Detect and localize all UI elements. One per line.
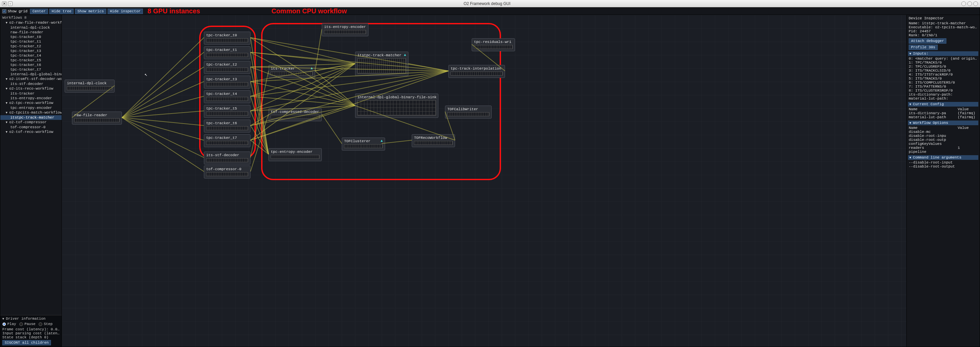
graph-edge bbox=[122, 37, 204, 118]
window-max-icon[interactable] bbox=[967, 2, 972, 6]
window-min-icon[interactable] bbox=[961, 2, 966, 6]
graph-node-t6[interactable]: tpc-tracker_t6 bbox=[204, 119, 250, 132]
graph-node-tofdec[interactable]: tof-compressed-decoder bbox=[269, 108, 322, 121]
window-close-icon[interactable]: ✕ bbox=[2, 2, 7, 6]
graph-edge bbox=[250, 96, 355, 106]
window-close2-icon[interactable] bbox=[973, 2, 978, 6]
input-row: 4: ITS/ITSTrackROF/0 bbox=[909, 73, 978, 76]
workflow-tree[interactable]: o2-raw-file-reader-workflointernal-dpl-c… bbox=[0, 20, 62, 315]
tree-item[interactable]: tpc-tracker_t5 bbox=[0, 58, 62, 63]
options-list: disable-mcdisable-root-inpudisable-root-… bbox=[909, 130, 978, 154]
show-grid-checkbox[interactable]: ✓ Show grid bbox=[2, 10, 27, 13]
tree-item[interactable]: raw-file-reader bbox=[0, 30, 62, 35]
inspector-name: Name: itstpc-track-matcher bbox=[909, 21, 978, 25]
input-row: 8: ITS/CLUSTERSROF/0 bbox=[909, 89, 978, 92]
input-cost: Input parsing cost (latency): 0.0(20.0)m… bbox=[2, 331, 60, 335]
node-label: tpc-tracker_t6 bbox=[206, 121, 248, 125]
graph-node-t1[interactable]: tpc-tracker_t1 bbox=[204, 46, 250, 59]
graph-node-resid[interactable]: tpc-residuals-wri bbox=[472, 38, 515, 51]
node-label: itstpc-track-matcher bbox=[358, 53, 406, 57]
graph-edge bbox=[250, 52, 269, 154]
profile-button[interactable]: Profile 30s bbox=[909, 45, 938, 50]
inputs-list: 0: <matcher query: (and origin:TPC (1: T… bbox=[909, 57, 978, 100]
graph-node-reader[interactable]: raw-file-reader bbox=[72, 111, 122, 124]
graph-node-tofcalib[interactable]: TOFCalibWriter bbox=[445, 105, 492, 119]
radio-on-icon bbox=[2, 322, 6, 326]
option-row: disable-root-inpu bbox=[909, 134, 978, 138]
tree-item[interactable]: tpc-tracker_t4 bbox=[0, 53, 62, 58]
graph-edge bbox=[408, 63, 449, 71]
input-row: 2: TPC/CLUSREFS/0 bbox=[909, 65, 978, 68]
graph-node-itsstf[interactable]: its-stf-decoder bbox=[204, 151, 250, 164]
tree-item[interactable]: tpc-tracker_t0 bbox=[0, 35, 62, 39]
tree-item[interactable]: tpc-tracker_t6 bbox=[0, 63, 62, 67]
node-meter bbox=[74, 118, 119, 122]
tree-item[interactable]: tpc-tracker_t7 bbox=[0, 67, 62, 72]
play-radio[interactable]: Play bbox=[2, 322, 16, 326]
tree-item[interactable]: its-stf-decoder bbox=[0, 81, 62, 86]
node-label: tpc-tracker_t5 bbox=[206, 107, 248, 111]
graph-node-itstrk[interactable]: its-tracker▲ bbox=[269, 65, 315, 78]
tree-item[interactable]: o2-itsmft-stf-decoder-work bbox=[0, 76, 62, 81]
toolbar: ✓ Show grid Center Hide tree Show metric… bbox=[0, 8, 980, 15]
cli-section[interactable]: Command line arguments bbox=[908, 155, 978, 160]
graph-node-clock[interactable]: internal-dpl-clock bbox=[65, 80, 115, 92]
step-radio[interactable]: Step bbox=[39, 322, 52, 326]
graph-node-tofclus[interactable]: TOFClusterer▲ bbox=[342, 137, 385, 151]
cli-list: --disable-root-input--disable-root-outpu… bbox=[909, 161, 978, 169]
tree-item[interactable]: o2-tof-compressor bbox=[0, 120, 62, 125]
tree-item[interactable]: tpc-tracker_t2 bbox=[0, 44, 62, 49]
sigcont-button[interactable]: SIGCONT all children bbox=[2, 340, 51, 345]
graph-canvas[interactable]: ↖ internal-dpl-clockraw-file-readertpc-t… bbox=[62, 15, 906, 347]
window-menu-icon[interactable]: ◦ bbox=[8, 2, 13, 6]
hide-inspector-button[interactable]: Hide inspector bbox=[108, 9, 143, 14]
tree-item[interactable]: internal-dpl-global-bina bbox=[0, 72, 62, 76]
option-row: pipeline bbox=[909, 150, 978, 154]
graph-node-tofcomp[interactable]: tof-compressor-0 bbox=[204, 166, 250, 178]
center-button[interactable]: Center bbox=[30, 9, 48, 14]
graph-node-tofreco[interactable]: TOFRecoWorkflow bbox=[412, 134, 455, 147]
tree-item[interactable]: tpc-tracker_t3 bbox=[0, 49, 62, 53]
hide-tree-button[interactable]: Hide tree bbox=[49, 9, 74, 14]
config-section[interactable]: Current Config bbox=[908, 102, 978, 107]
options-section[interactable]: Workflow Options bbox=[908, 121, 978, 125]
attach-debugger-button[interactable]: Attach debugger bbox=[909, 38, 947, 44]
node-label: tpc-tracker_t3 bbox=[206, 77, 248, 81]
tree-item[interactable]: o2-raw-file-reader-workflo bbox=[0, 20, 62, 25]
graph-edge bbox=[122, 81, 204, 118]
tree-item[interactable]: internal-dpl-clock bbox=[0, 25, 62, 30]
graph-node-t3[interactable]: tpc-tracker_t3 bbox=[204, 76, 250, 89]
tree-item[interactable]: its-tracker bbox=[0, 91, 62, 96]
graph-node-t5[interactable]: tpc-tracker_t5 bbox=[204, 105, 250, 118]
graph-node-matcher[interactable]: itstpc-track-matcher▲ bbox=[355, 52, 408, 76]
inputs-section[interactable]: Inputs: bbox=[908, 51, 978, 56]
tree-item[interactable]: tpc-entropy-encoder bbox=[0, 105, 62, 110]
graph-edge bbox=[250, 67, 269, 154]
node-meter bbox=[474, 45, 513, 49]
window-title: O2 Framework debug GUI bbox=[13, 2, 961, 6]
graph-node-t4[interactable]: tpc-tracker_t4 bbox=[204, 90, 250, 103]
graph-edge bbox=[250, 52, 355, 64]
show-metrics-button[interactable]: Show metrics bbox=[75, 9, 106, 14]
tree-item[interactable]: itstpc-track-matcher bbox=[0, 115, 62, 120]
tree-item[interactable]: o2-tpc-reco-workflow bbox=[0, 100, 62, 105]
tree-item[interactable]: tof-compressor-0 bbox=[0, 125, 62, 129]
driver-title[interactable]: Driver information bbox=[2, 317, 60, 321]
graph-edge bbox=[250, 38, 269, 154]
tree-item[interactable]: tpc-tracker_t1 bbox=[0, 39, 62, 44]
main-area: Workflows 8 o2-raw-file-reader-workfloin… bbox=[0, 15, 980, 347]
graph-node-interp[interactable]: tpc-track-interpolation bbox=[449, 65, 505, 78]
graph-node-t2[interactable]: tpc-tracker_t2 bbox=[204, 61, 250, 74]
tree-item[interactable]: its-entropy-encoder bbox=[0, 96, 62, 100]
tree-item[interactable]: o2-tpcits-match-workflow bbox=[0, 110, 62, 115]
graph-node-t0[interactable]: tpc-tracker_t0 bbox=[204, 32, 250, 45]
graph-node-sink[interactable]: internal-dpl-global-binary-file-sink bbox=[355, 94, 438, 118]
graph-node-t7[interactable]: tpc-tracker_t7 bbox=[204, 134, 250, 147]
tree-item[interactable]: o2-tof-reco-workflow bbox=[0, 129, 62, 135]
pause-radio[interactable]: Pause bbox=[19, 322, 35, 326]
check-icon: ✓ bbox=[2, 10, 6, 13]
inspector-title: Device Inspector bbox=[909, 16, 978, 20]
graph-node-tpcent[interactable]: tpc-entropy-encoder bbox=[269, 148, 322, 161]
tree-item[interactable]: o2-its-reco-workflow bbox=[0, 86, 62, 91]
graph-node-itsent[interactable]: its-entropy-encoder bbox=[322, 23, 368, 36]
